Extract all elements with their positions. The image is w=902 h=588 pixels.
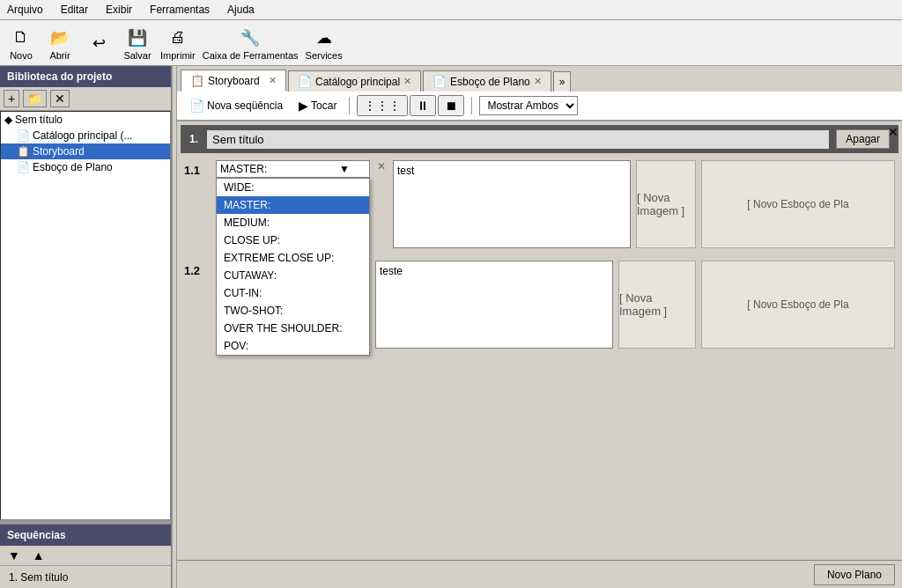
shot-1-1-image[interactable]: [ Nova Imagem ]	[636, 160, 696, 248]
abrir-button[interactable]: 📂 Abrir	[44, 26, 76, 61]
tab-more-button[interactable]: »	[553, 71, 572, 92]
show-select[interactable]: Mostrar Ambos Imagem Esboço	[479, 96, 578, 115]
scene-1-title-input[interactable]	[207, 130, 829, 149]
option-over-shoulder[interactable]: OVER THE SHOULDER:	[217, 320, 369, 337]
new-plan-button[interactable]: Novo Plano	[814, 564, 895, 585]
shot-1-1-number: 1.1	[184, 160, 211, 177]
tab-storyboard[interactable]: 📋 Storyboard ✕	[181, 70, 286, 92]
esboco-icon: 📄	[17, 161, 30, 173]
new-folder-button[interactable]: 📁	[23, 90, 47, 107]
bottom-bar: Novo Plano	[177, 560, 902, 588]
services-button[interactable]: ☁ Services	[306, 26, 343, 61]
shot-type-dropdown[interactable]: MASTER: ▼	[216, 160, 370, 178]
shot-type-dropdown-open[interactable]: WIDE: MASTER: MEDIUM: CLOSE UP: EXTREME …	[216, 178, 370, 356]
storyboard-icon: 📋	[17, 145, 30, 158]
menu-arquivo[interactable]: Arquivo	[4, 2, 47, 18]
novo-icon: 🗋	[9, 26, 33, 50]
menu-ferramentas[interactable]: Ferramentas	[146, 2, 213, 18]
option-wide[interactable]: WIDE:	[217, 179, 369, 196]
add-item-button[interactable]: +	[4, 90, 19, 107]
sequences-section: Sequências ▼ ▲ 1. Sem título	[0, 524, 171, 588]
option-cutin[interactable]: CUT-IN:	[217, 284, 369, 302]
shot-1-2-image[interactable]: [ Nova Imagem ]	[618, 261, 696, 349]
sequences-title: Sequências	[0, 525, 171, 546]
tab-storyboard-icon: 📋	[190, 74, 204, 87]
play-controls: ⋮⋮⋮ ⏸ ⏹	[357, 95, 464, 116]
new-seq-icon: 📄	[189, 99, 204, 113]
services-icon: ☁	[312, 26, 336, 50]
scene-1: 1. Apagar 1.1 MASTER: ▼	[181, 125, 898, 352]
seq-minus-button[interactable]: ▼	[4, 548, 25, 563]
file-icon: 📄	[17, 129, 30, 142]
seq-plus-button[interactable]: ▲	[28, 548, 49, 563]
tabs-bar: 📋 Storyboard ✕ 📄 Catálogo principal ✕ 📄 …	[177, 66, 902, 92]
remove-item-button[interactable]: ✕	[50, 90, 70, 107]
imprimir-button[interactable]: 🖨 Imprimir	[160, 26, 196, 61]
option-medium[interactable]: MEDIUM:	[217, 214, 369, 232]
shot-1-1-controls: MASTER: ▼ WIDE: MASTER: MEDIUM: CLOSE UP…	[216, 160, 370, 178]
menubar: Arquivo Editar Exibir Ferramentas Ajuda	[0, 0, 902, 20]
shot-1-2-number: 1.2	[184, 261, 211, 277]
tab-catalogo-close[interactable]: ✕	[403, 76, 411, 87]
tab-storyboard-close[interactable]: ✕	[269, 75, 277, 86]
option-closeup[interactable]: CLOSE UP:	[217, 232, 369, 249]
salvar-button[interactable]: 💾 Salvar	[122, 26, 153, 61]
tab-esboco[interactable]: 📄 Esboço de Plano ✕	[423, 70, 551, 92]
shot-1-1-text[interactable]	[393, 160, 631, 248]
tree-item-sem-titulo[interactable]: ◆ Sem título	[1, 112, 170, 128]
option-master[interactable]: MASTER:	[217, 196, 369, 214]
shot-1-1: 1.1 MASTER: ▼ WIDE: MASTER: MEDIUM:	[181, 157, 898, 252]
option-cutaway[interactable]: CUTAWAY:	[217, 267, 369, 284]
undo-button[interactable]: ↩	[83, 31, 115, 55]
storyboard-view-btn[interactable]: ⋮⋮⋮	[357, 95, 408, 116]
tab-esboco-close[interactable]: ✕	[534, 76, 542, 87]
scene-1-number: 1.	[189, 133, 198, 145]
content-toolbar: 📄 Nova seqüência ▶ Tocar ⋮⋮⋮ ⏸ ⏹ Mostrar…	[177, 92, 902, 121]
shot-1-2-text[interactable]	[375, 261, 613, 349]
caixa-ferramentas-button[interactable]: 🔧 Caixa de Ferramentas	[203, 26, 299, 61]
menu-exibir[interactable]: Exibir	[102, 2, 136, 18]
shot-type-dropdown-wrapper: MASTER: ▼ WIDE: MASTER: MEDIUM: CLOSE UP…	[216, 160, 370, 178]
scroll-area: ✕ 1. Apagar 1.1 MASTER: ▼	[177, 121, 902, 560]
toolbar: 🗋 Novo 📂 Abrir ↩ 💾 Salvar 🖨 Imprimir 🔧 C…	[0, 20, 902, 66]
new-sequence-button[interactable]: 📄 Nova seqüência	[184, 97, 288, 114]
novo-button[interactable]: 🗋 Novo	[5, 26, 37, 61]
project-tree: ◆ Sem título 📄 Catálogo principal (... 📋…	[0, 111, 171, 520]
tree-item-esboco[interactable]: 📄 Esboço de Plano	[1, 159, 170, 175]
tab-catalogo[interactable]: 📄 Catálogo principal ✕	[288, 70, 421, 92]
content-area: 📋 Storyboard ✕ 📄 Catálogo principal ✕ 📄 …	[177, 66, 902, 588]
tools-icon: 🔧	[238, 26, 262, 50]
sidebar-title: Biblioteca do projeto	[0, 66, 171, 87]
scroll-close-button[interactable]: ✕	[888, 125, 898, 139]
menu-editar[interactable]: Editar	[57, 2, 92, 18]
shot-1-2-sketch[interactable]: [ Novo Esboço de Pla	[701, 261, 895, 349]
seq-item-1[interactable]: 1. Sem título	[4, 570, 167, 585]
abrir-icon: 📂	[48, 26, 72, 50]
menu-ajuda[interactable]: Ajuda	[224, 2, 258, 18]
option-extreme-closeup[interactable]: EXTREME CLOSE UP:	[217, 249, 369, 267]
tree-item-catalogo[interactable]: 📄 Catálogo principal (...	[1, 128, 170, 143]
sidebar: Biblioteca do projeto + 📁 ✕ ◆ Sem título…	[0, 66, 172, 588]
toolbar-divider-1	[349, 97, 350, 114]
sequences-toolbar: ▼ ▲	[0, 546, 171, 566]
undo-icon: ↩	[86, 31, 111, 55]
tab-catalogo-icon: 📄	[298, 75, 312, 88]
tab-esboco-icon: 📄	[433, 75, 447, 88]
main-layout: Biblioteca do projeto + 📁 ✕ ◆ Sem título…	[0, 66, 902, 588]
shot-1-1-sketch[interactable]: [ Novo Esboço de Pla	[701, 160, 895, 248]
scene-1-header: 1. Apagar	[181, 125, 898, 153]
sequences-list: 1. Sem título	[0, 566, 171, 588]
option-pov[interactable]: POV:	[217, 337, 369, 355]
pause-btn[interactable]: ⏸	[410, 95, 436, 116]
tree-item-storyboard[interactable]: 📋 Storyboard	[1, 143, 170, 159]
dropdown-arrow-icon: ▼	[339, 163, 350, 175]
toolbar-divider-2	[471, 97, 472, 114]
stop-btn[interactable]: ⏹	[438, 95, 464, 116]
option-two-shot[interactable]: TWO-SHOT:	[217, 302, 369, 320]
imprimir-icon: 🖨	[166, 26, 190, 50]
shot-1-1-close[interactable]: ✕	[375, 160, 388, 173]
play-button[interactable]: ▶ Tocar	[293, 97, 342, 114]
play-icon: ▶	[299, 99, 308, 113]
salvar-icon: 💾	[125, 26, 150, 50]
scene-delete-button[interactable]: Apagar	[836, 129, 890, 149]
